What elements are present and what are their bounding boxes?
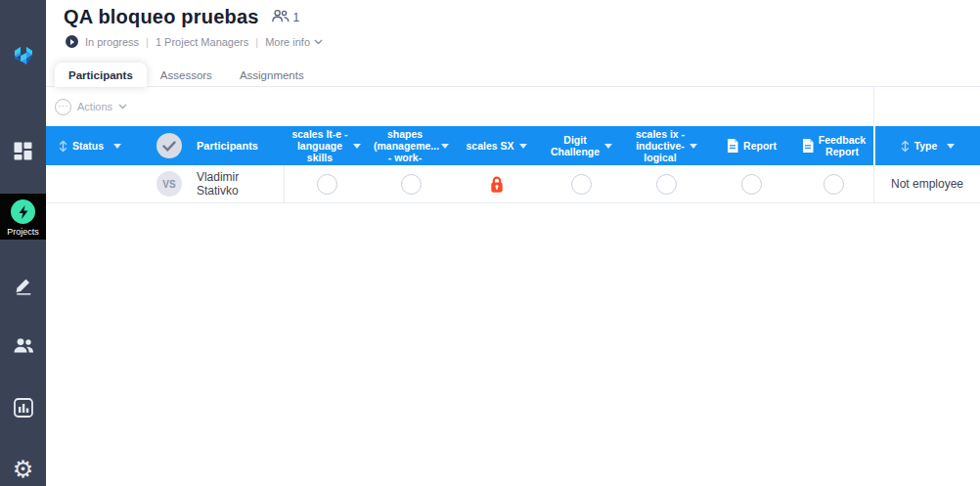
pencil-icon bbox=[14, 276, 33, 299]
sidebar-item-projects[interactable]: Projects bbox=[0, 194, 46, 240]
report-status-circle[interactable] bbox=[741, 174, 762, 195]
main-content: QA bloqueo pruebas 1 In progress | 1 Pro… bbox=[46, 0, 980, 486]
sort-icon bbox=[901, 140, 910, 153]
actions-button[interactable]: ··· Actions bbox=[55, 99, 127, 115]
toolbar: ··· Actions bbox=[46, 87, 980, 126]
status-play-icon bbox=[66, 35, 78, 48]
chevron-down-icon bbox=[519, 144, 527, 149]
select-all-checkbox[interactable] bbox=[156, 133, 182, 158]
column-header-status[interactable]: Status bbox=[46, 126, 144, 165]
column-header-report[interactable]: Report bbox=[709, 126, 794, 165]
chevron-down-icon bbox=[441, 144, 449, 149]
file-icon bbox=[802, 139, 814, 153]
participant-type-value: Not employee bbox=[891, 177, 963, 191]
cell-feedback-report bbox=[794, 165, 873, 202]
cell-report bbox=[709, 165, 794, 202]
dashboard-icon bbox=[14, 142, 32, 164]
gear-icon: ⚙ bbox=[13, 458, 34, 481]
column-header-participants: Participants bbox=[144, 126, 284, 165]
column-header-type[interactable]: Type bbox=[873, 126, 980, 165]
column-header-test-digit[interactable]: Digit Challenge bbox=[539, 126, 624, 165]
cell-test-digit bbox=[539, 165, 624, 202]
table-row: VS Vladimir Stativko bbox=[46, 165, 980, 203]
cell-test-shapes bbox=[369, 165, 454, 202]
tab-participants[interactable]: Participants bbox=[55, 63, 147, 87]
table-header: Status Participants scales lt-e - langua… bbox=[46, 126, 980, 165]
page-header: QA bloqueo pruebas 1 bbox=[46, 0, 980, 28]
chevron-down-icon bbox=[690, 144, 697, 149]
chevron-down-icon bbox=[118, 104, 127, 110]
test-status-circle[interactable] bbox=[401, 174, 422, 195]
chevron-down-icon bbox=[604, 144, 612, 149]
column-header-test-lt-e[interactable]: scales lt-e - language skills bbox=[284, 126, 369, 165]
tab-assignments[interactable]: Assignments bbox=[226, 63, 318, 87]
page-title: QA bloqueo pruebas bbox=[64, 6, 259, 28]
column-header-test-sx[interactable]: scales SX bbox=[454, 126, 539, 165]
project-meta: In progress | 1 Project Managers | More … bbox=[46, 35, 980, 48]
cell-participant: VS Vladimir Stativko bbox=[144, 165, 284, 202]
column-header-feedback-report[interactable]: Feedback Report bbox=[794, 126, 873, 165]
chevron-down-icon bbox=[113, 144, 121, 149]
test-status-circle[interactable] bbox=[656, 174, 677, 195]
cell-type: Not employee bbox=[873, 165, 980, 202]
ellipsis-icon: ··· bbox=[55, 99, 71, 115]
cell-status bbox=[46, 165, 144, 202]
sidebar-item-people[interactable] bbox=[0, 331, 46, 364]
sidebar-item-label: Projects bbox=[7, 227, 39, 237]
column-header-test-ix[interactable]: scales ix - inductive- logical bbox=[624, 126, 709, 165]
sidebar: Projects bbox=[0, 0, 46, 486]
column-header-test-shapes[interactable]: shapes (manageme... - work- bbox=[369, 126, 454, 165]
sidebar-item-reports[interactable] bbox=[0, 393, 46, 426]
participants-count: 1 bbox=[271, 9, 300, 26]
projects-bolt-icon bbox=[11, 199, 35, 224]
participants-count-value: 1 bbox=[293, 11, 300, 24]
participant-name[interactable]: Vladimir Stativko bbox=[197, 170, 284, 198]
cell-test-lt-e bbox=[284, 165, 369, 202]
sidebar-item-edit[interactable] bbox=[0, 271, 46, 304]
test-status-circle[interactable] bbox=[317, 174, 337, 195]
app-root: Projects bbox=[0, 0, 980, 486]
sort-icon bbox=[59, 140, 67, 153]
tab-bar: Participants Assessors Assignments bbox=[46, 63, 980, 87]
status-badge: In progress bbox=[85, 36, 139, 48]
chevron-down-icon bbox=[947, 144, 955, 149]
managers-label: 1 Project Managers bbox=[156, 36, 248, 48]
pinned-column-divider bbox=[873, 87, 874, 126]
chevron-down-icon bbox=[353, 144, 361, 149]
feedback-report-status-circle[interactable] bbox=[824, 174, 844, 195]
avatar: VS bbox=[156, 171, 182, 197]
cell-test-ix bbox=[624, 165, 709, 202]
tab-assessors[interactable]: Assessors bbox=[147, 63, 226, 87]
brand-logo-icon[interactable] bbox=[11, 43, 36, 72]
locked-icon[interactable] bbox=[489, 175, 505, 194]
people-count-icon bbox=[271, 9, 290, 26]
cell-test-sx bbox=[454, 165, 539, 202]
sidebar-item-settings[interactable]: ⚙ bbox=[0, 453, 46, 486]
file-icon bbox=[727, 139, 738, 153]
sidebar-item-dashboard[interactable] bbox=[0, 137, 46, 170]
people-icon bbox=[13, 337, 34, 357]
chevron-down-icon bbox=[314, 39, 323, 45]
bar-chart-icon bbox=[14, 398, 33, 421]
test-status-circle[interactable] bbox=[571, 174, 592, 195]
more-info-toggle[interactable]: More info bbox=[265, 36, 323, 48]
